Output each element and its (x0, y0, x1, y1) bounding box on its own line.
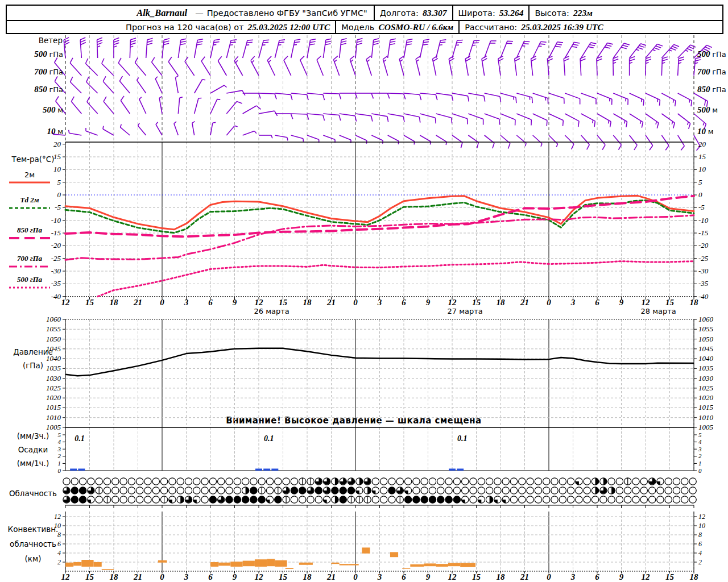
svg-text:10 м: 10 м (697, 127, 714, 136)
svg-text:0.1: 0.1 (264, 434, 274, 443)
svg-text:6: 6 (208, 572, 213, 581)
svg-text:-30: -30 (698, 267, 709, 275)
convective-cloud-bar (340, 564, 349, 565)
cloud-panel (63, 478, 697, 508)
svg-text:850 гПа: 850 гПа (697, 85, 726, 94)
svg-text:15: 15 (665, 298, 675, 307)
svg-text:-15: -15 (698, 228, 709, 237)
precip-bar (457, 469, 464, 471)
svg-text:9: 9 (426, 298, 431, 307)
svg-text:6: 6 (402, 572, 406, 581)
convective-cloud-bar (332, 563, 340, 564)
svg-text:21: 21 (326, 298, 336, 307)
svg-text:0.1: 0.1 (457, 434, 468, 443)
meteogram-page: Alk_Barnaul — Предоставлено ФГБУ "ЗапСиб… (0, 0, 728, 582)
convective-cloud-bar (424, 563, 436, 566)
svg-text:18: 18 (303, 572, 312, 581)
svg-text:18: 18 (497, 572, 506, 581)
convective-cloud-bar (349, 564, 359, 565)
svg-text:12: 12 (698, 513, 705, 521)
cloud-row-low (63, 496, 697, 503)
svg-text:0: 0 (58, 467, 61, 474)
precip-bar (271, 469, 278, 471)
convective-cloud-bar (402, 568, 410, 569)
svg-text:4: 4 (57, 549, 61, 557)
svg-text:12: 12 (54, 513, 61, 521)
time-axis-mid: 1215182103691215182103691215182103691215… (61, 298, 699, 315)
svg-text:12: 12 (642, 298, 651, 307)
svg-text:21: 21 (520, 298, 529, 307)
svg-text:1: 1 (58, 460, 61, 467)
svg-text:700 гПа: 700 гПа (697, 67, 726, 76)
svg-text:2: 2 (698, 558, 702, 566)
svg-text:10: 10 (698, 522, 705, 530)
convective-cloud-bar (81, 560, 93, 567)
svg-text:15: 15 (665, 572, 675, 581)
svg-text:0.1: 0.1 (75, 434, 85, 443)
svg-text:0: 0 (698, 467, 702, 474)
svg-text:2: 2 (698, 452, 702, 459)
svg-text:28 марта: 28 марта (641, 307, 676, 315)
svg-text:1010: 1010 (698, 413, 714, 422)
svg-text:4: 4 (698, 438, 702, 445)
svg-text:1060: 1060 (698, 315, 714, 323)
svg-text:20: 20 (53, 140, 61, 148)
svg-text:0: 0 (160, 298, 164, 307)
svg-text:15: 15 (698, 152, 706, 161)
cloud-row-mid (63, 487, 697, 494)
svg-text:1045: 1045 (46, 344, 61, 353)
convective-cloud-bar (218, 563, 230, 566)
svg-text:15: 15 (472, 572, 481, 581)
wind-barbs-850гПа (55, 76, 708, 107)
svg-text:-10: -10 (51, 216, 61, 225)
svg-text:-25: -25 (698, 254, 709, 263)
svg-text:1030: 1030 (46, 374, 61, 383)
svg-text:15: 15 (472, 298, 481, 307)
convective-cloud-bar (210, 562, 218, 567)
svg-text:15: 15 (279, 572, 288, 581)
svg-text:18: 18 (110, 572, 119, 581)
svg-text:12: 12 (61, 298, 71, 307)
convective-cloud-bar (390, 552, 398, 557)
precip-bar (78, 469, 85, 471)
svg-text:8: 8 (57, 531, 61, 539)
svg-text:10: 10 (54, 522, 61, 530)
svg-text:3: 3 (57, 446, 61, 452)
svg-text:1055: 1055 (46, 325, 61, 333)
svg-text:3: 3 (377, 298, 382, 307)
svg-text:700 гПа: 700 гПа (34, 67, 63, 76)
svg-text:500 м: 500 м (43, 105, 63, 114)
svg-text:1055: 1055 (698, 325, 714, 333)
svg-text:0: 0 (160, 572, 164, 581)
svg-text:9: 9 (233, 572, 237, 581)
svg-text:12: 12 (448, 298, 457, 307)
svg-text:1040: 1040 (46, 354, 61, 363)
svg-text:-20: -20 (51, 241, 61, 250)
precip-bar (263, 469, 270, 471)
convective-cloud-bar (158, 560, 167, 563)
svg-text:-35: -35 (698, 279, 709, 288)
svg-text:1015: 1015 (698, 403, 714, 411)
svg-text:1050: 1050 (698, 335, 714, 343)
svg-text:3: 3 (184, 298, 189, 307)
wind-barbs-500гПа (64, 38, 712, 58)
svg-text:0: 0 (353, 572, 358, 581)
svg-text:-10: -10 (698, 216, 709, 225)
svg-text:1005: 1005 (698, 423, 714, 431)
convective-cloud-bar (362, 547, 370, 553)
convective-cloud-bar (448, 563, 460, 567)
svg-text:-40: -40 (698, 292, 709, 301)
svg-text:10: 10 (698, 165, 706, 173)
convective-cloud-bar (299, 563, 313, 565)
svg-text:6: 6 (698, 540, 702, 548)
svg-text:5: 5 (698, 178, 702, 186)
svg-text:-40: -40 (51, 292, 61, 301)
svg-text:3: 3 (570, 572, 576, 581)
svg-text:1040: 1040 (698, 354, 714, 363)
svg-text:21: 21 (133, 572, 142, 581)
temp-line-t2m (65, 196, 694, 229)
svg-text:4: 4 (58, 438, 61, 445)
svg-text:0: 0 (547, 298, 551, 307)
svg-text:6: 6 (595, 298, 599, 307)
svg-text:9: 9 (619, 298, 624, 307)
